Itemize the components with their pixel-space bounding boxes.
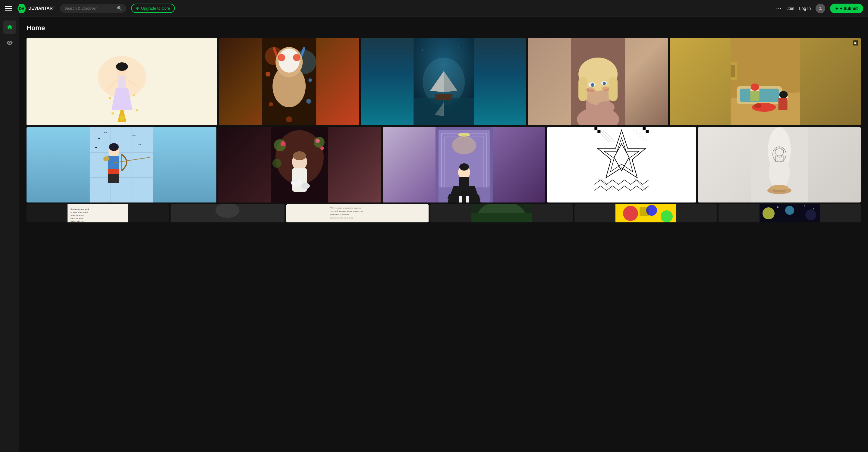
art-tile[interactable]: ▶	[670, 38, 861, 125]
svg-text:DA: DA	[19, 7, 24, 11]
svg-point-92	[273, 159, 281, 168]
gallery: ▶	[27, 38, 861, 222]
artwork-4	[528, 38, 668, 125]
svg-point-87	[103, 156, 110, 161]
art-tile[interactable]	[383, 127, 546, 202]
svg-rect-114	[459, 177, 469, 187]
submit-button[interactable]: + + Submit	[830, 4, 863, 13]
svg-rect-136	[595, 130, 598, 133]
user-icon	[818, 6, 823, 11]
svg-point-65	[750, 84, 759, 91]
svg-point-30	[306, 99, 311, 104]
svg-rect-66	[750, 91, 759, 101]
art-tile[interactable]	[170, 204, 284, 222]
svg-point-121	[475, 195, 479, 199]
svg-text:as I know you're not at work!: as I know you're not at work!	[330, 217, 353, 219]
svg-point-151	[770, 185, 788, 190]
svg-point-41	[422, 50, 423, 51]
art-tile[interactable]	[698, 127, 861, 202]
svg-point-91	[314, 137, 324, 148]
art-tile[interactable]	[528, 38, 668, 125]
art-tile[interactable]	[430, 204, 572, 222]
svg-point-23	[278, 54, 285, 61]
svg-point-8	[116, 62, 128, 71]
gallery-row-3: But to start, you need to know what part…	[27, 204, 861, 222]
art-tile[interactable]	[575, 204, 717, 222]
gallery-row-2	[27, 127, 861, 202]
art-tile[interactable]	[27, 38, 217, 125]
art-tile[interactable]	[218, 127, 381, 202]
svg-point-15	[112, 112, 115, 115]
art-tile[interactable]	[219, 38, 359, 125]
svg-rect-167	[471, 213, 532, 222]
svg-point-58	[602, 87, 610, 91]
svg-point-94	[315, 139, 320, 143]
svg-point-29	[269, 102, 273, 106]
svg-rect-73	[731, 65, 735, 77]
svg-point-16	[136, 109, 138, 111]
svg-point-55	[591, 83, 595, 87]
art-tile[interactable]: But to start, you need to know what part…	[27, 204, 169, 222]
gallery-row-1: ▶	[27, 38, 861, 125]
svg-rect-117	[466, 196, 469, 202]
home-icon	[6, 24, 13, 30]
artwork-12	[170, 204, 284, 222]
svg-point-119	[448, 194, 453, 198]
svg-point-24	[293, 54, 300, 61]
artwork-8	[383, 127, 546, 202]
svg-point-42	[431, 44, 432, 44]
search-input[interactable]	[64, 6, 115, 10]
svg-rect-141	[646, 130, 649, 133]
svg-point-177	[777, 206, 778, 208]
artwork-14	[430, 204, 572, 222]
svg-point-2	[819, 7, 821, 8]
art-tile[interactable]: You're location is completely unknown Yo…	[286, 204, 429, 222]
svg-text:But to start, you need: But to start, you need	[70, 208, 89, 210]
art-tile[interactable]	[361, 38, 527, 125]
svg-point-169	[623, 206, 638, 221]
artwork-5	[670, 38, 861, 125]
svg-point-113	[459, 163, 469, 170]
hamburger-menu-icon[interactable]	[5, 6, 12, 10]
artwork-15	[575, 204, 717, 222]
artwork-10	[698, 127, 861, 202]
svg-point-145	[769, 156, 790, 189]
upgrade-icon: ⊕	[136, 6, 139, 10]
artwork-7	[218, 127, 381, 202]
svg-rect-86	[108, 174, 119, 183]
svg-rect-116	[459, 196, 462, 202]
main-content: Home	[19, 17, 868, 452]
svg-point-174	[763, 207, 775, 219]
svg-point-31	[286, 116, 292, 122]
sidebar-item-watch[interactable]	[3, 36, 16, 50]
svg-point-97	[293, 151, 306, 160]
avatar[interactable]	[815, 4, 825, 13]
art-tile[interactable]	[547, 127, 696, 202]
logo-text: DEVIANTART	[28, 6, 55, 10]
join-button[interactable]: Join	[786, 6, 795, 11]
svg-rect-172	[640, 207, 649, 216]
svg-rect-69	[778, 98, 787, 110]
watch-icon	[6, 39, 13, 46]
svg-text:You're location is completely : You're location is completely unknown	[330, 207, 361, 209]
svg-text:wheelchair you: wheelchair you	[70, 214, 84, 216]
logo[interactable]: DA DEVIANTART	[17, 4, 55, 13]
search-bar[interactable]: 🔍	[60, 4, 126, 13]
svg-text:Your shift was never known ago: Your shift was never known ago and a pet	[330, 210, 363, 212]
svg-rect-139	[646, 127, 649, 130]
art-tile[interactable]	[718, 204, 861, 222]
sidebar-item-home[interactable]	[3, 21, 16, 34]
more-options-button[interactable]: ···	[775, 5, 782, 11]
upgrade-button[interactable]: ⊕ Upgrade to Core	[131, 4, 175, 13]
art-tile[interactable]	[27, 127, 216, 202]
search-icon: 🔍	[117, 6, 122, 11]
svg-point-171	[661, 210, 673, 222]
svg-point-44	[464, 56, 465, 56]
svg-point-100	[292, 177, 298, 183]
artwork-2	[219, 38, 359, 125]
svg-point-28	[308, 78, 312, 82]
login-button[interactable]: Log In	[799, 6, 811, 11]
svg-point-93	[281, 141, 285, 146]
svg-rect-85	[108, 169, 119, 174]
svg-text:further ado, her...: further ado, her...	[70, 220, 85, 222]
